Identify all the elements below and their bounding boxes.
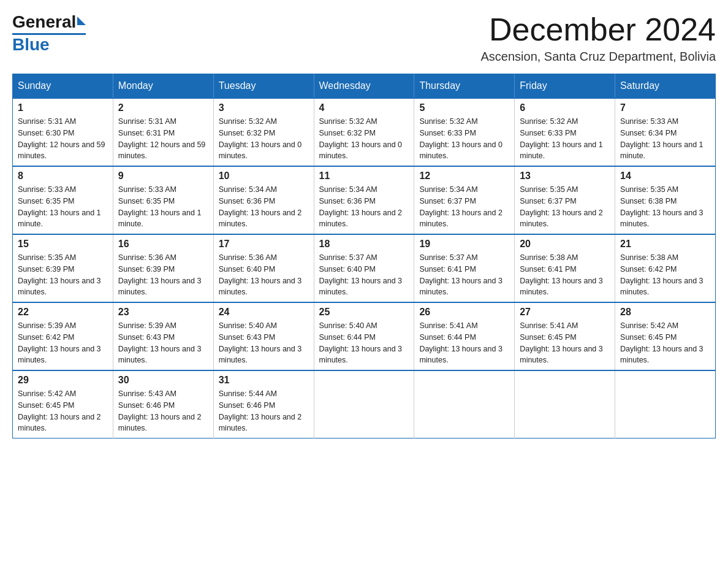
calendar-cell	[515, 370, 615, 439]
calendar-week-5: 29 Sunrise: 5:42 AM Sunset: 6:45 PM Dayl…	[13, 370, 716, 439]
calendar-week-2: 8 Sunrise: 5:33 AM Sunset: 6:35 PM Dayli…	[13, 166, 716, 234]
day-info: Sunrise: 5:31 AM Sunset: 6:31 PM Dayligh…	[118, 116, 208, 162]
day-number: 22	[18, 307, 108, 318]
location-subtitle: Ascension, Santa Cruz Department, Bolivi…	[480, 50, 716, 64]
calendar-cell: 23 Sunrise: 5:39 AM Sunset: 6:43 PM Dayl…	[113, 302, 213, 370]
day-number: 21	[620, 239, 710, 250]
calendar-cell: 9 Sunrise: 5:33 AM Sunset: 6:35 PM Dayli…	[113, 166, 213, 234]
calendar-cell: 14 Sunrise: 5:35 AM Sunset: 6:38 PM Dayl…	[615, 166, 716, 234]
calendar-cell: 8 Sunrise: 5:33 AM Sunset: 6:35 PM Dayli…	[13, 166, 113, 234]
calendar-cell: 6 Sunrise: 5:32 AM Sunset: 6:33 PM Dayli…	[515, 98, 615, 166]
day-info: Sunrise: 5:38 AM Sunset: 6:41 PM Dayligh…	[520, 252, 610, 298]
day-number: 8	[18, 170, 108, 182]
day-number: 13	[520, 170, 610, 182]
calendar-cell: 26 Sunrise: 5:41 AM Sunset: 6:44 PM Dayl…	[414, 302, 515, 370]
calendar-cell: 16 Sunrise: 5:36 AM Sunset: 6:39 PM Dayl…	[113, 234, 213, 302]
calendar-cell: 17 Sunrise: 5:36 AM Sunset: 6:40 PM Dayl…	[213, 234, 314, 302]
calendar-cell: 22 Sunrise: 5:39 AM Sunset: 6:42 PM Dayl…	[13, 302, 113, 370]
logo-triangle-icon	[77, 17, 86, 25]
calendar-table: SundayMondayTuesdayWednesdayThursdayFrid…	[12, 74, 716, 439]
day-number: 27	[520, 307, 610, 318]
header-saturday: Saturday	[615, 74, 716, 99]
day-info: Sunrise: 5:31 AM Sunset: 6:30 PM Dayligh…	[18, 116, 108, 162]
day-number: 16	[118, 239, 208, 250]
day-info: Sunrise: 5:41 AM Sunset: 6:44 PM Dayligh…	[419, 320, 509, 366]
header-monday: Monday	[113, 74, 213, 99]
day-info: Sunrise: 5:42 AM Sunset: 6:45 PM Dayligh…	[18, 388, 108, 434]
day-info: Sunrise: 5:32 AM Sunset: 6:33 PM Dayligh…	[419, 116, 509, 162]
logo: General Blue	[12, 12, 86, 55]
calendar-cell: 28 Sunrise: 5:42 AM Sunset: 6:45 PM Dayl…	[615, 302, 716, 370]
day-number: 6	[520, 102, 610, 113]
day-number: 11	[319, 170, 409, 182]
day-info: Sunrise: 5:39 AM Sunset: 6:42 PM Dayligh…	[18, 320, 108, 366]
day-number: 25	[319, 307, 409, 318]
day-number: 4	[319, 102, 409, 113]
day-number: 14	[620, 170, 710, 182]
calendar-cell: 11 Sunrise: 5:34 AM Sunset: 6:36 PM Dayl…	[314, 166, 414, 234]
day-info: Sunrise: 5:35 AM Sunset: 6:38 PM Dayligh…	[620, 184, 710, 230]
calendar-cell: 15 Sunrise: 5:35 AM Sunset: 6:39 PM Dayl…	[13, 234, 113, 302]
day-info: Sunrise: 5:32 AM Sunset: 6:32 PM Dayligh…	[219, 116, 309, 162]
day-number: 9	[118, 170, 208, 182]
day-number: 15	[18, 239, 108, 250]
header-tuesday: Tuesday	[213, 74, 314, 99]
day-info: Sunrise: 5:43 AM Sunset: 6:46 PM Dayligh…	[118, 388, 208, 434]
calendar-cell: 19 Sunrise: 5:37 AM Sunset: 6:41 PM Dayl…	[414, 234, 515, 302]
day-number: 19	[419, 239, 509, 250]
logo-blue: Blue	[12, 35, 50, 55]
day-info: Sunrise: 5:33 AM Sunset: 6:35 PM Dayligh…	[118, 184, 208, 230]
month-title: December 2024	[480, 12, 716, 47]
calendar-cell: 12 Sunrise: 5:34 AM Sunset: 6:37 PM Dayl…	[414, 166, 515, 234]
day-number: 17	[219, 239, 309, 250]
day-info: Sunrise: 5:39 AM Sunset: 6:43 PM Dayligh…	[118, 320, 208, 366]
title-area: December 2024 Ascension, Santa Cruz Depa…	[480, 12, 716, 64]
day-info: Sunrise: 5:32 AM Sunset: 6:33 PM Dayligh…	[520, 116, 610, 162]
day-number: 3	[219, 102, 309, 113]
calendar-cell: 10 Sunrise: 5:34 AM Sunset: 6:36 PM Dayl…	[213, 166, 314, 234]
header-thursday: Thursday	[414, 74, 515, 99]
calendar-cell: 1 Sunrise: 5:31 AM Sunset: 6:30 PM Dayli…	[13, 98, 113, 166]
day-number: 26	[419, 307, 509, 318]
day-number: 18	[319, 239, 409, 250]
day-info: Sunrise: 5:40 AM Sunset: 6:43 PM Dayligh…	[219, 320, 309, 366]
day-number: 2	[118, 102, 208, 113]
calendar-cell: 24 Sunrise: 5:40 AM Sunset: 6:43 PM Dayl…	[213, 302, 314, 370]
header-sunday: Sunday	[13, 74, 113, 99]
calendar-cell: 4 Sunrise: 5:32 AM Sunset: 6:32 PM Dayli…	[314, 98, 414, 166]
calendar-cell: 3 Sunrise: 5:32 AM Sunset: 6:32 PM Dayli…	[213, 98, 314, 166]
calendar-header-row: SundayMondayTuesdayWednesdayThursdayFrid…	[13, 74, 716, 99]
day-info: Sunrise: 5:34 AM Sunset: 6:36 PM Dayligh…	[319, 184, 409, 230]
calendar-cell: 30 Sunrise: 5:43 AM Sunset: 6:46 PM Dayl…	[113, 370, 213, 439]
calendar-week-3: 15 Sunrise: 5:35 AM Sunset: 6:39 PM Dayl…	[13, 234, 716, 302]
calendar-cell	[615, 370, 716, 439]
day-info: Sunrise: 5:37 AM Sunset: 6:40 PM Dayligh…	[319, 252, 409, 298]
day-info: Sunrise: 5:34 AM Sunset: 6:36 PM Dayligh…	[219, 184, 309, 230]
calendar-cell: 27 Sunrise: 5:41 AM Sunset: 6:45 PM Dayl…	[515, 302, 615, 370]
calendar-cell: 5 Sunrise: 5:32 AM Sunset: 6:33 PM Dayli…	[414, 98, 515, 166]
calendar-cell	[414, 370, 515, 439]
header-friday: Friday	[515, 74, 615, 99]
calendar-cell: 20 Sunrise: 5:38 AM Sunset: 6:41 PM Dayl…	[515, 234, 615, 302]
day-info: Sunrise: 5:36 AM Sunset: 6:40 PM Dayligh…	[219, 252, 309, 298]
day-info: Sunrise: 5:42 AM Sunset: 6:45 PM Dayligh…	[620, 320, 710, 366]
page-header: General Blue December 2024 Ascension, Sa…	[12, 12, 716, 64]
day-number: 31	[219, 375, 309, 386]
day-number: 30	[118, 375, 208, 386]
calendar-cell	[314, 370, 414, 439]
day-info: Sunrise: 5:35 AM Sunset: 6:39 PM Dayligh…	[18, 252, 108, 298]
day-info: Sunrise: 5:40 AM Sunset: 6:44 PM Dayligh…	[319, 320, 409, 366]
day-number: 29	[18, 375, 108, 386]
day-number: 12	[419, 170, 509, 182]
day-info: Sunrise: 5:33 AM Sunset: 6:35 PM Dayligh…	[18, 184, 108, 230]
calendar-cell: 21 Sunrise: 5:38 AM Sunset: 6:42 PM Dayl…	[615, 234, 716, 302]
calendar-cell: 18 Sunrise: 5:37 AM Sunset: 6:40 PM Dayl…	[314, 234, 414, 302]
day-number: 1	[18, 102, 108, 113]
logo-text: General	[12, 12, 86, 32]
day-number: 24	[219, 307, 309, 318]
day-info: Sunrise: 5:44 AM Sunset: 6:46 PM Dayligh…	[219, 388, 309, 434]
calendar-cell: 31 Sunrise: 5:44 AM Sunset: 6:46 PM Dayl…	[213, 370, 314, 439]
header-wednesday: Wednesday	[314, 74, 414, 99]
day-number: 7	[620, 102, 710, 113]
calendar-cell: 13 Sunrise: 5:35 AM Sunset: 6:37 PM Dayl…	[515, 166, 615, 234]
